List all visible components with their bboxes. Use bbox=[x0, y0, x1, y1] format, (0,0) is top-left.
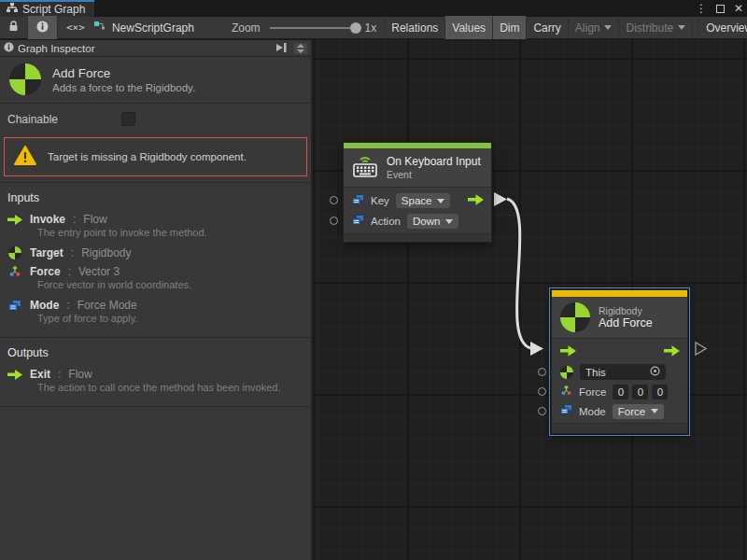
key-input-port[interactable] bbox=[330, 196, 338, 204]
chevron-down-icon bbox=[651, 409, 658, 413]
tab-title: Script Graph bbox=[22, 3, 85, 16]
node-title: On Keyboard Input bbox=[387, 155, 481, 168]
port-row: Exit : Flow The action to call once the … bbox=[0, 365, 311, 399]
tab-bar: Script Graph ⋮ ✕ bbox=[0, 0, 747, 17]
enum-icon bbox=[560, 404, 572, 418]
flow-output-arrow[interactable] bbox=[664, 345, 680, 359]
code-icon: <×> bbox=[66, 21, 85, 34]
outputs-section: Outputs Exit : Flow The action to call o… bbox=[0, 337, 311, 406]
enum-icon bbox=[352, 194, 364, 208]
chainable-checkbox[interactable] bbox=[121, 112, 135, 126]
maximize-icon[interactable] bbox=[716, 5, 725, 13]
flow-row bbox=[552, 342, 687, 362]
add-force-node[interactable]: Rigidbody Add Force This bbox=[551, 289, 688, 434]
flow-output-port[interactable] bbox=[696, 343, 706, 355]
action-dropdown[interactable]: Down bbox=[407, 214, 458, 229]
enum-icon bbox=[352, 215, 364, 229]
relations-button[interactable]: Relations bbox=[384, 16, 445, 39]
warning-icon bbox=[14, 146, 36, 168]
node-header: Rigidbody Add Force bbox=[552, 297, 687, 339]
force-z-field[interactable]: 0 bbox=[652, 385, 668, 399]
preview-code-button[interactable]: <×> bbox=[58, 16, 93, 39]
mode-dropdown[interactable]: Force bbox=[613, 404, 664, 419]
window-menu-icon[interactable]: ⋮ bbox=[696, 0, 707, 17]
on-keyboard-input-node[interactable]: On Keyboard Input Event Key Space Action… bbox=[343, 142, 492, 243]
node-subtitle: Event bbox=[387, 169, 481, 180]
vector3-icon bbox=[7, 265, 22, 278]
graph-toolbar: <×> NewScriptGraph Zoom 1x Relations Val… bbox=[0, 17, 747, 40]
flow-arrow-icon bbox=[7, 215, 22, 225]
tab-script-graph[interactable]: Script Graph bbox=[0, 0, 94, 17]
flow-input-arrow[interactable] bbox=[560, 345, 576, 359]
chevron-down-icon bbox=[437, 199, 444, 203]
chevron-down-icon bbox=[604, 25, 612, 30]
port-row: Mode : Force Mode Type of force to apply… bbox=[0, 296, 311, 329]
force-input-port[interactable] bbox=[538, 387, 546, 396]
inspector-toggle-button[interactable] bbox=[28, 16, 58, 39]
warning-text: Target is missing a Rigidbody component. bbox=[48, 151, 247, 162]
carry-button[interactable]: Carry bbox=[527, 16, 568, 39]
vector3-icon bbox=[560, 385, 572, 399]
unit-title: Add Force bbox=[52, 66, 195, 80]
script-graph-asset-icon bbox=[93, 21, 106, 35]
object-picker-icon[interactable] bbox=[650, 366, 660, 378]
mode-input-port[interactable] bbox=[538, 407, 546, 415]
key-dropdown[interactable]: Space bbox=[396, 193, 451, 208]
port-row: Force : Vector 3 Force vector in world c… bbox=[0, 262, 311, 296]
inspector-header: Graph Inspector bbox=[0, 40, 311, 57]
outputs-heading: Outputs bbox=[0, 344, 311, 365]
info-icon bbox=[36, 21, 49, 35]
script-graph-window: Script Graph ⋮ ✕ <×> NewScriptGraph bbox=[0, 0, 747, 560]
node-body: Key Space Action Down bbox=[344, 188, 491, 233]
target-field[interactable]: This bbox=[580, 364, 666, 380]
flow-output-arrow[interactable] bbox=[468, 194, 484, 208]
warning-color-strip bbox=[552, 290, 687, 297]
panel-spinner[interactable] bbox=[294, 43, 307, 54]
chainable-label: Chainable bbox=[7, 113, 121, 126]
inspector-title: Graph Inspector bbox=[18, 43, 275, 54]
node-header: On Keyboard Input Event bbox=[344, 148, 491, 188]
node-body: This Force 0 0 0 Mode Force bbox=[552, 339, 687, 423]
collapse-panel-icon[interactable] bbox=[275, 42, 289, 55]
flow-connection[interactable] bbox=[507, 199, 530, 348]
zoom-control: Zoom 1x bbox=[232, 21, 376, 35]
zoom-label: Zoom bbox=[232, 21, 261, 35]
zoom-slider[interactable] bbox=[270, 27, 359, 29]
values-button[interactable]: Values bbox=[445, 16, 493, 39]
window-controls: ⋮ ✕ bbox=[696, 0, 743, 17]
enum-icon bbox=[7, 300, 22, 312]
rigidbody-icon bbox=[560, 366, 573, 379]
target-input-port[interactable] bbox=[538, 368, 546, 376]
graph-canvas[interactable]: On Keyboard Input Event Key Space Action… bbox=[315, 40, 747, 560]
node-footer bbox=[552, 423, 687, 433]
port-row: Target : Rigidbody bbox=[0, 244, 311, 262]
lock-button[interactable] bbox=[0, 16, 28, 39]
chevron-down-icon bbox=[678, 25, 685, 30]
align-dropdown[interactable]: Align bbox=[569, 16, 620, 39]
force-row: Force 0 0 0 bbox=[552, 382, 687, 401]
action-input-port[interactable] bbox=[330, 217, 338, 225]
inputs-section: Inputs Invoke : Flow The entry point to … bbox=[0, 182, 311, 337]
close-icon[interactable]: ✕ bbox=[734, 0, 743, 17]
rigidbody-icon bbox=[9, 63, 41, 95]
node-kind: Rigidbody bbox=[599, 305, 653, 316]
zoom-slider-knob[interactable] bbox=[350, 22, 361, 34]
overview-button[interactable]: Overview bbox=[698, 16, 747, 39]
distribute-dropdown[interactable]: Distribute bbox=[619, 16, 693, 39]
rigidbody-icon bbox=[7, 246, 22, 259]
rigidbody-icon bbox=[560, 302, 590, 332]
inspector-empty-area bbox=[0, 406, 311, 560]
graph-inspector-panel: Graph Inspector Add Force Adds a force t… bbox=[0, 40, 313, 560]
graph-tab-icon bbox=[7, 3, 18, 16]
force-y-field[interactable]: 0 bbox=[632, 385, 648, 399]
graph-name-label[interactable]: NewScriptGraph bbox=[112, 21, 194, 35]
zoom-value: 1x bbox=[365, 21, 377, 35]
warning-box: Target is missing a Rigidbody component. bbox=[4, 137, 307, 176]
dim-button[interactable]: Dim bbox=[493, 16, 527, 39]
force-x-field[interactable]: 0 bbox=[613, 385, 628, 399]
target-row: This bbox=[552, 362, 687, 382]
node-title: Add Force bbox=[599, 316, 653, 329]
unit-summary: Add Force Adds a force to the Rigidbody. bbox=[0, 57, 311, 104]
keyboard-icon bbox=[352, 154, 378, 181]
lock-icon bbox=[8, 21, 19, 35]
